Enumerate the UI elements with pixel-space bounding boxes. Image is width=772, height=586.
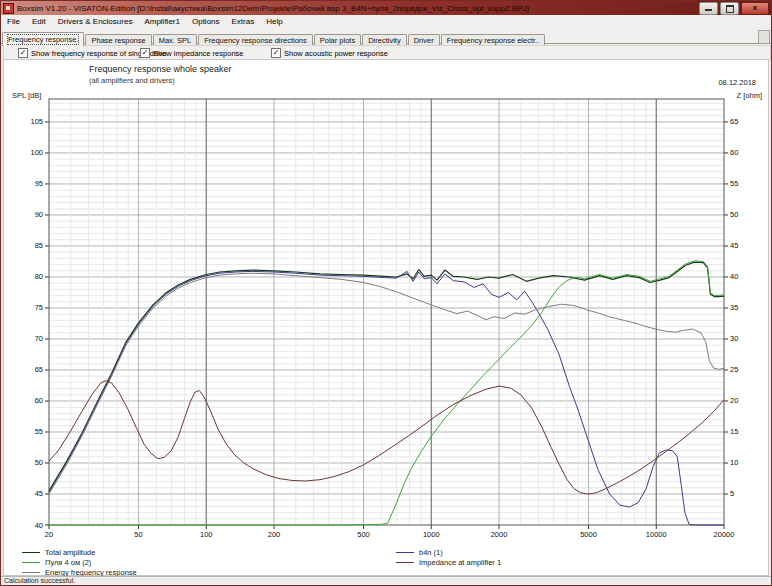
checkbox-box[interactable]: ✓ [140, 48, 150, 58]
axis-tick-label: 75 [35, 303, 43, 312]
legend-line-impedance [396, 562, 414, 563]
status-text: Calculation successful. [4, 577, 75, 584]
checkbox-show-acoustic-power-response[interactable]: ✓Show acoustic power response [271, 48, 388, 58]
axis-tick-label: 35 [730, 303, 738, 312]
tab-label: Driver [414, 36, 434, 45]
checkbox-box[interactable]: ✓ [271, 48, 281, 58]
menu-item-help[interactable]: Help [260, 16, 288, 27]
axis-tick-label: 100 [30, 148, 43, 157]
axis-tick-label: 80 [35, 272, 43, 281]
checkbox-box[interactable]: ✓ [18, 48, 28, 58]
curve-energy [49, 273, 724, 494]
axis-tick-label: 5 [730, 489, 734, 498]
axis-tick-label: 65 [730, 117, 738, 126]
menu-item-extras[interactable]: Extras [226, 16, 261, 27]
axis-tick-label: 65 [35, 365, 43, 374]
menu-bar: FileEditDrivers & EnclosuresAmplifier1Op… [1, 15, 771, 29]
axis-tick-label: 40 [35, 521, 43, 530]
axis-tick-label: 2000 [491, 530, 508, 539]
axis-tick-label: 200 [268, 530, 281, 539]
axis-tick-label: 20 [45, 530, 53, 539]
axis-tick-label: 30 [730, 334, 738, 343]
tab-strip-edge-button-top[interactable] [758, 30, 770, 44]
legend-line-b4n [396, 552, 414, 553]
axis-tick-label: 40 [730, 272, 738, 281]
axis-tick-label: 50 [134, 530, 142, 539]
legend-line-energy [22, 572, 40, 573]
axis-tick-label: 95 [35, 179, 43, 188]
checkbox-show-impedance-response[interactable]: ✓Show impedance response [140, 48, 243, 58]
tab-label: Phase response [91, 36, 145, 45]
axis-tick-label: 55 [730, 179, 738, 188]
axis-tick-label: 70 [35, 334, 43, 343]
legend-label-pulya-4-ohm: Пуля 4 ом (2) [45, 558, 91, 567]
chart-panel: Frequency response whole speaker (all am… [3, 59, 769, 576]
title-bar[interactable]: Boxsim V1.20 - VISATON-Edition [D:\Insta… [1, 1, 771, 15]
status-bar: Calculation successful. [1, 576, 771, 586]
app-window: Boxsim V1.20 - VISATON-Edition [D:\Insta… [0, 0, 772, 586]
tab-label: Frequency response directions [204, 36, 307, 45]
menu-item-drivers-enclosures[interactable]: Drivers & Enclosures [52, 16, 139, 27]
tab-frequency-response[interactable]: Frequency response. [2, 32, 84, 46]
axis-tick-label: 500 [357, 530, 370, 539]
checkbox-label: Show impedance response [153, 49, 243, 58]
axis-tick-label: 85 [35, 241, 43, 250]
app-icon [3, 3, 14, 14]
curve-pulya-4-ohm [49, 261, 724, 525]
options-toolbar: ✓Show frequency response of single drive… [3, 45, 771, 60]
tab-label: Frequency response. [8, 35, 78, 44]
axis-tick-label: 20 [730, 396, 738, 405]
legend-label-total-amplitude: Total amplitude [45, 548, 95, 557]
tab-strip: Frequency response.Phase responseMax. SP… [1, 28, 771, 44]
menu-item-options[interactable]: Options [186, 16, 226, 27]
axis-tick-label: 15 [730, 427, 738, 436]
legend-line-total-amplitude [22, 552, 40, 553]
checkbox-label: Show acoustic power response [284, 49, 388, 58]
menu-item-amplifier1[interactable]: Amplifier1 [138, 16, 186, 27]
axis-tick-label: 90 [35, 210, 43, 219]
axis-tick-label: 105 [30, 117, 43, 126]
tab-label: Frequency response electr.. [447, 36, 540, 45]
tab-label: Polar plots [320, 36, 355, 45]
close-button[interactable]: x [741, 2, 769, 15]
legend-label-b4n: b4n (1) [419, 548, 443, 557]
axis-tick-label: 45 [730, 241, 738, 250]
tab-label: Directivity [368, 36, 401, 45]
menu-item-file[interactable]: File [1, 16, 26, 27]
axis-tick-label: 60 [730, 148, 738, 157]
curve-b4n [49, 271, 724, 525]
minimize-button[interactable] [699, 2, 718, 15]
maximize-icon [726, 5, 734, 13]
axis-tick-label: 10 [730, 458, 738, 467]
axis-tick-label: 10000 [646, 530, 667, 539]
legend-line-pulya-4-ohm [22, 562, 40, 563]
axis-tick-label: 50 [730, 210, 738, 219]
axis-tick-label: 55 [35, 427, 43, 436]
axis-tick-label: 45 [35, 489, 43, 498]
maximize-button[interactable] [720, 2, 739, 15]
axis-tick-label: 5000 [580, 530, 597, 539]
minimize-icon [705, 9, 712, 11]
legend-label-impedance: Impedance at amplifier 1 [419, 558, 501, 567]
axis-tick-label: 100 [200, 530, 213, 539]
window-title: Boxsim V1.20 - VISATON-Edition [D:\Insta… [17, 4, 699, 13]
menu-item-edit[interactable]: Edit [26, 16, 52, 27]
tab-label: Max. SPL [159, 36, 192, 45]
axis-tick-label: 60 [35, 396, 43, 405]
frequency-response-plot: 4045505560657075808590951001055101520253… [4, 60, 770, 540]
axis-tick-label: 25 [730, 365, 738, 374]
axis-tick-label: 1000 [423, 530, 440, 539]
axis-tick-label: 50 [35, 458, 43, 467]
curve-impedance [49, 381, 724, 495]
axis-tick-label: 20000 [714, 530, 735, 539]
